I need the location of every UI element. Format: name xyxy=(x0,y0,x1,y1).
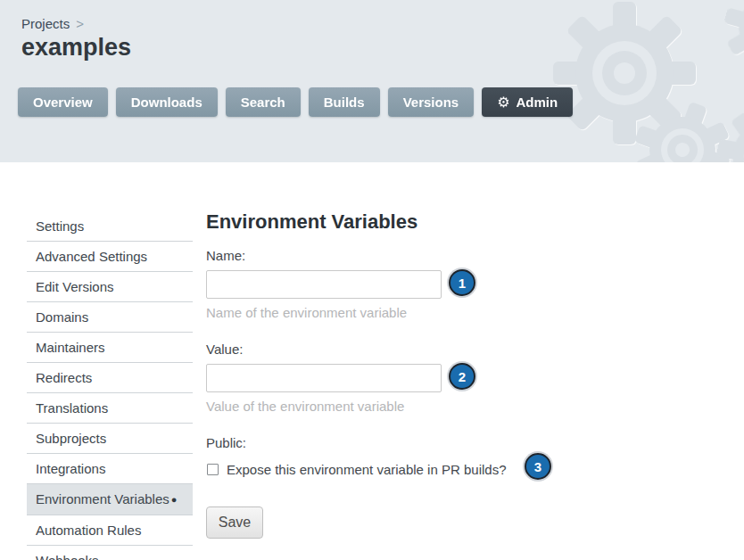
annotation-badge-3: 3 xyxy=(525,453,551,480)
value-helper-text: Value of the environment variable xyxy=(206,399,599,414)
tab-overview[interactable]: Overview xyxy=(18,87,108,117)
name-input[interactable] xyxy=(206,270,442,299)
value-input-row: 2 xyxy=(206,364,442,392)
project-header: Projects > examples Overview Downloads S… xyxy=(0,0,744,162)
sidebar-item-domains[interactable]: Domains xyxy=(27,302,193,333)
active-item-marker: ● xyxy=(171,494,178,505)
sidebar-item-environment-variables[interactable]: Environment Variables● xyxy=(27,484,193,515)
sidebar-item-settings[interactable]: Settings xyxy=(27,211,193,242)
sidebar-item-integrations[interactable]: Integrations xyxy=(27,454,193,484)
tab-admin[interactable]: ⚙ Admin xyxy=(482,87,573,117)
tab-downloads[interactable]: Downloads xyxy=(116,87,218,117)
breadcrumb: Projects > xyxy=(21,16,84,31)
page-title: examples xyxy=(21,34,131,62)
public-checkbox[interactable] xyxy=(207,464,219,475)
project-tab-bar: Overview Downloads Search Builds Version… xyxy=(18,87,573,117)
gear-icon: ⚙ xyxy=(497,95,509,110)
breadcrumb-projects-link[interactable]: Projects xyxy=(21,16,70,31)
admin-sidebar: Settings Advanced Settings Edit Versions… xyxy=(27,211,193,560)
name-field-label: Name: xyxy=(206,248,599,263)
public-checkbox-row: Expose this environment variable in PR b… xyxy=(206,462,599,477)
annotation-badge-1: 1 xyxy=(449,269,475,296)
tab-admin-label: Admin xyxy=(517,87,558,117)
name-helper-text: Name of the environment variable xyxy=(206,305,599,320)
name-input-row: 1 xyxy=(206,270,442,299)
gears-decoration-image xyxy=(0,0,744,162)
admin-page: Settings Advanced Settings Edit Versions… xyxy=(0,162,744,560)
public-field-label: Public: xyxy=(206,435,599,450)
value-field-label: Value: xyxy=(206,342,599,357)
breadcrumb-separator: > xyxy=(76,16,84,31)
environment-variables-form: Environment Variables Name: 1 Name of th… xyxy=(206,211,599,539)
sidebar-item-edit-versions[interactable]: Edit Versions xyxy=(27,272,193,302)
sidebar-item-advanced-settings[interactable]: Advanced Settings xyxy=(27,242,193,272)
tab-builds[interactable]: Builds xyxy=(309,87,380,117)
form-title: Environment Variables xyxy=(206,211,599,233)
sidebar-item-maintainers[interactable]: Maintainers xyxy=(27,333,193,363)
save-button[interactable]: Save xyxy=(206,506,263,539)
sidebar-item-webhooks[interactable]: Webhooks xyxy=(27,546,193,560)
tab-search[interactable]: Search xyxy=(226,87,301,117)
value-input[interactable] xyxy=(206,364,442,392)
sidebar-item-label: Environment Variables xyxy=(36,491,169,506)
sidebar-item-subprojects[interactable]: Subprojects xyxy=(27,424,193,454)
sidebar-item-automation-rules[interactable]: Automation Rules xyxy=(27,515,193,546)
annotation-badge-2: 2 xyxy=(449,363,475,390)
sidebar-item-translations[interactable]: Translations xyxy=(27,393,193,424)
tab-versions[interactable]: Versions xyxy=(388,87,475,117)
public-checkbox-label[interactable]: Expose this environment variable in PR b… xyxy=(227,462,507,477)
sidebar-item-redirects[interactable]: Redirects xyxy=(27,363,193,393)
